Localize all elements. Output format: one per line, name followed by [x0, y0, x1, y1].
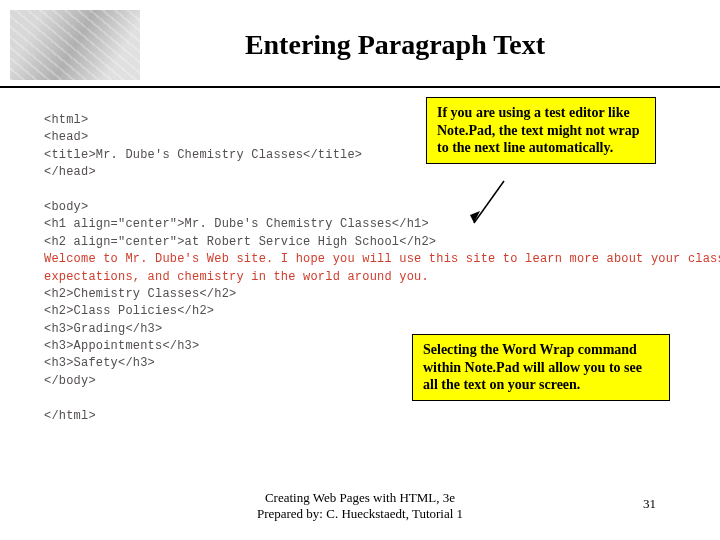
code-line: </body>	[44, 374, 96, 388]
callout-bottom: Selecting the Word Wrap command within N…	[412, 334, 670, 401]
code-line: <h3>Appointments</h3>	[44, 339, 199, 353]
header-image	[10, 10, 140, 80]
code-line: <h2>Class Policies</h2>	[44, 304, 214, 318]
code-line-highlight: Welcome to Mr. Dube's Web site. I hope y…	[44, 252, 720, 266]
slide-content: <html> <head> <title>Mr. Dube's Chemistr…	[0, 112, 720, 472]
code-line: </html>	[44, 409, 96, 423]
code-line: <head>	[44, 130, 88, 144]
footer-text: Creating Web Pages with HTML, 3e Prepare…	[257, 490, 463, 523]
code-line: <h1 align="center">Mr. Dube's Chemistry …	[44, 217, 429, 231]
slide-footer: Creating Web Pages with HTML, 3e Prepare…	[0, 490, 720, 523]
code-line: <h3>Safety</h3>	[44, 356, 155, 370]
code-line: <title>Mr. Dube's Chemistry Classes</tit…	[44, 148, 362, 162]
divider	[0, 86, 720, 88]
code-line: <h2>Chemistry Classes</h2>	[44, 287, 236, 301]
code-line-highlight: expectations, and chemistry in the world…	[44, 270, 429, 284]
code-line: <html>	[44, 113, 88, 127]
footer-line2: Prepared by: C. Hueckstaedt, Tutorial 1	[257, 506, 463, 522]
page-number: 31	[643, 496, 656, 512]
slide-header: Entering Paragraph Text	[0, 0, 720, 80]
slide-title: Entering Paragraph Text	[150, 29, 700, 61]
callout-top: If you are using a test editor like Note…	[426, 97, 656, 164]
code-line: <h3>Grading</h3>	[44, 322, 162, 336]
code-line: <h2 align="center">at Robert Service Hig…	[44, 235, 436, 249]
footer-line1: Creating Web Pages with HTML, 3e	[257, 490, 463, 506]
code-line: </head>	[44, 165, 96, 179]
code-line: <body>	[44, 200, 88, 214]
